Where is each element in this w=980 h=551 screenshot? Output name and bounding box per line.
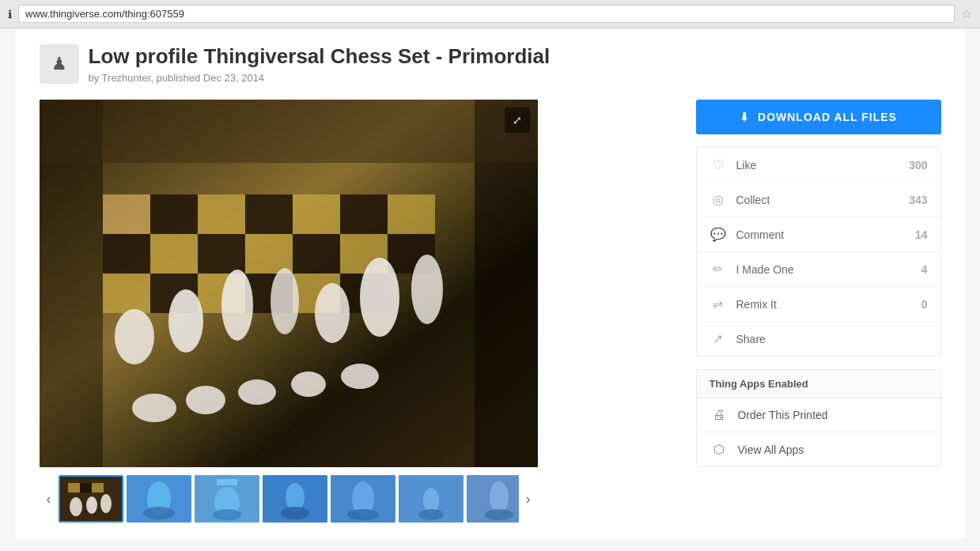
- svg-rect-35: [40, 100, 538, 163]
- svg-rect-10: [198, 234, 245, 274]
- left-column: ⤢ ‹: [40, 100, 677, 523]
- svg-rect-12: [293, 234, 340, 274]
- thumb-image-0: [60, 477, 122, 521]
- thumb-image-5: [399, 475, 464, 523]
- comment-count: 14: [915, 228, 928, 241]
- thumbnail-2[interactable]: [195, 475, 259, 523]
- svg-rect-8: [103, 234, 150, 274]
- main-image-container: ⤢: [40, 100, 538, 467]
- svg-point-40: [70, 497, 82, 516]
- main-layout: ⤢ ‹: [40, 100, 941, 523]
- remix-action[interactable]: ⇌ Remix It 0: [697, 287, 940, 322]
- collect-action[interactable]: ◎ Collect 343: [697, 183, 940, 217]
- logo-icon: ♟: [51, 54, 67, 74]
- page-content: ♟ Low profile Thingiversal Chess Set - P…: [16, 28, 965, 538]
- svg-rect-15: [103, 274, 150, 313]
- thumbnail-1[interactable]: [127, 475, 191, 523]
- svg-point-31: [291, 372, 326, 397]
- svg-rect-39: [92, 483, 104, 493]
- view-all-apps-item[interactable]: ⬡ View All Apps: [697, 432, 940, 466]
- thumb-image-2: [195, 475, 259, 523]
- svg-point-29: [186, 386, 225, 414]
- thing-header: ♟ Low profile Thingiversal Chess Set - P…: [40, 44, 941, 84]
- svg-point-26: [360, 258, 399, 337]
- thumbnail-0[interactable]: [59, 475, 123, 523]
- actions-list: ♡ Like 300 ◎ Collect 343 💬 Comment 14 ✏ …: [696, 147, 941, 357]
- thumb-image-3: [263, 475, 327, 523]
- cube-icon: ⬡: [709, 442, 728, 457]
- comment-label: Comment: [736, 228, 915, 241]
- thumb-next-button[interactable]: ›: [519, 491, 538, 508]
- like-label: Like: [736, 159, 910, 172]
- svg-point-22: [168, 289, 203, 353]
- svg-rect-4: [245, 194, 293, 234]
- svg-rect-9: [150, 234, 198, 274]
- view-all-apps-label: View All Apps: [738, 443, 804, 456]
- download-label: DOWNLOAD ALL FILES: [758, 111, 897, 123]
- order-printed-label: Order This Printed: [738, 409, 828, 421]
- svg-rect-3: [198, 194, 245, 234]
- svg-rect-47: [217, 479, 237, 485]
- made-one-label: I Made One: [736, 263, 921, 276]
- svg-point-41: [86, 496, 97, 514]
- svg-rect-1: [103, 194, 150, 234]
- thumbnails-row: ‹: [40, 475, 538, 523]
- thumbnail-4[interactable]: [331, 475, 395, 523]
- svg-rect-6: [340, 194, 388, 234]
- svg-point-60: [490, 481, 509, 513]
- thumbnail-5[interactable]: [399, 475, 464, 523]
- collect-label: Collect: [736, 194, 910, 206]
- right-sidebar: ⬇ DOWNLOAD ALL FILES ♡ Like 300 ◎ Collec…: [696, 100, 941, 467]
- url-bar[interactable]: www.thingiverse.com/thing:607559: [18, 5, 955, 23]
- svg-point-61: [485, 509, 513, 520]
- page-title: Low profile Thingiversal Chess Set - Pri…: [89, 44, 551, 69]
- expand-icon: ⤢: [513, 114, 522, 126]
- browser-chrome: ℹ www.thingiverse.com/thing:607559 ☆: [0, 0, 980, 28]
- comment-icon: 💬: [709, 227, 727, 242]
- chess-image-svg: [40, 100, 538, 467]
- thing-apps-section: Thing Apps Enabled 🖨 Order This Printed …: [696, 369, 941, 467]
- comment-action[interactable]: 💬 Comment 14: [697, 217, 940, 252]
- svg-point-42: [100, 494, 112, 513]
- thumb-image-4: [331, 475, 395, 523]
- svg-point-21: [115, 309, 154, 364]
- remix-icon: ⇌: [709, 296, 727, 311]
- thumb-image-1: [127, 475, 191, 523]
- collect-icon: ◎: [709, 192, 727, 207]
- thing-apps-header: Thing Apps Enabled: [697, 370, 940, 398]
- printer-icon: 🖨: [709, 408, 728, 422]
- svg-point-32: [341, 364, 379, 389]
- like-count: 300: [909, 159, 927, 172]
- remix-count: 0: [921, 298, 928, 311]
- svg-point-58: [418, 509, 444, 520]
- svg-point-23: [221, 270, 253, 341]
- share-label: Share: [736, 333, 928, 345]
- download-all-files-button[interactable]: ⬇ DOWNLOAD ALL FILES: [696, 100, 941, 134]
- svg-rect-37: [68, 483, 80, 493]
- info-icon: ℹ: [8, 8, 12, 21]
- expand-button[interactable]: ⤢: [505, 108, 530, 133]
- bookmark-star-icon[interactable]: ☆: [961, 6, 972, 21]
- thumb-prev-button[interactable]: ‹: [40, 491, 59, 508]
- thumb-image-6: [467, 475, 519, 523]
- svg-rect-2: [150, 194, 198, 234]
- order-printed-app[interactable]: 🖨 Order This Printed: [697, 398, 940, 432]
- svg-point-30: [238, 379, 276, 405]
- made-one-count: 4: [921, 263, 928, 276]
- svg-point-52: [281, 507, 309, 519]
- made-one-icon: ✏: [709, 262, 727, 277]
- url-text: www.thingiverse.com/thing:607559: [25, 8, 184, 20]
- remix-label: Remix It: [736, 298, 921, 311]
- like-action[interactable]: ♡ Like 300: [697, 148, 940, 183]
- download-icon: ⬇: [740, 111, 750, 123]
- author-line: by Trezhunter, published Dec 23, 2014: [89, 72, 551, 84]
- svg-rect-11: [245, 234, 293, 274]
- collect-count: 343: [909, 194, 927, 206]
- svg-point-25: [315, 283, 350, 343]
- svg-point-27: [411, 255, 443, 324]
- made-one-action[interactable]: ✏ I Made One 4: [697, 252, 940, 287]
- thumbnail-3[interactable]: [263, 475, 327, 523]
- thing-title-block: Low profile Thingiversal Chess Set - Pri…: [89, 44, 551, 84]
- share-action[interactable]: ↗ Share: [697, 322, 940, 356]
- thumbnail-6[interactable]: [467, 475, 519, 523]
